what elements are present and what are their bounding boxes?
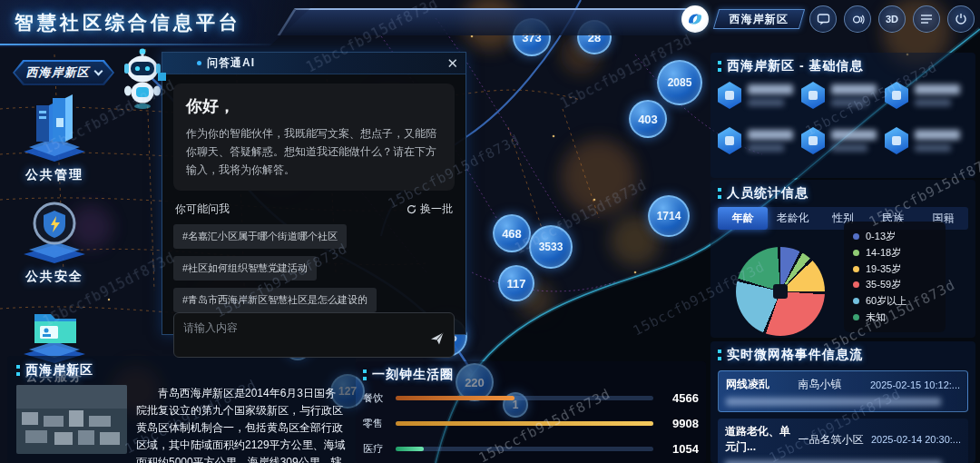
map-marker-bubble[interactable]: 3533 bbox=[529, 225, 573, 269]
stat-item bbox=[885, 82, 968, 109]
stat-icon bbox=[718, 82, 741, 109]
dialog-header: 问答通AI ✕ bbox=[162, 53, 466, 74]
stat-item bbox=[885, 127, 968, 154]
chevron-down-icon bbox=[93, 66, 103, 75]
district-description: 青岛西海岸新区是2014年6月3日国务院批复设立的第九个国家级新区，与行政区黄岛… bbox=[136, 385, 347, 463]
greeting-title: 你好， bbox=[186, 95, 442, 117]
redacted-label bbox=[831, 99, 867, 106]
redacted-value bbox=[748, 130, 793, 140]
redacted-value bbox=[748, 84, 793, 94]
redacted-label bbox=[831, 144, 867, 152]
map-marker-bubble[interactable]: 1714 bbox=[648, 195, 690, 237]
chat-input-card bbox=[173, 312, 455, 358]
stat-icon bbox=[801, 127, 825, 154]
header-decor-strip bbox=[278, 8, 703, 35]
shield-3d-icon bbox=[16, 194, 93, 267]
person-stats-panel: 人员统计信息 年龄 老龄化 性别 民族 国籍 0-13岁 14-18岁 19-3… bbox=[710, 180, 975, 338]
header-region-badge: 西海岸新区 bbox=[713, 9, 805, 29]
pie-center bbox=[773, 284, 788, 299]
sidebar-item-label: 公共管理 bbox=[25, 167, 83, 183]
suggestion-chip[interactable]: #青岛市西海岸新区智慧社区是怎么建设的 bbox=[173, 288, 377, 312]
legend-item: 14-18岁 bbox=[853, 246, 936, 260]
suggestion-chip[interactable]: #名嘉汇小区属于哪个街道哪个社区 bbox=[173, 224, 347, 249]
legend-item: 35-59岁 bbox=[853, 278, 936, 291]
panel-title-icon bbox=[718, 350, 721, 360]
legend-item: 60岁以上 bbox=[853, 294, 936, 308]
dialog-title: 问答通AI bbox=[207, 55, 255, 71]
map-marker-bubble[interactable]: 117 bbox=[498, 265, 534, 301]
district-title: 西海岸新区 bbox=[25, 362, 93, 379]
redacted-label bbox=[915, 144, 951, 152]
map-marker-bubble[interactable]: 468 bbox=[493, 214, 531, 252]
person-stats-title: 人员统计信息 bbox=[727, 185, 808, 202]
ai-chat-dialog: 问答通AI ✕ 你好， 作为你的智能伙伴，我既能写文案、想点子，又能陪你聊天、答… bbox=[162, 52, 466, 335]
message-button[interactable] bbox=[809, 5, 837, 33]
event-stream-panel: 实时微网格事件信息流 网线凌乱 南岛小镇 2025-02-15 10:12:..… bbox=[710, 341, 975, 463]
greeting-card: 你好， 作为你的智能伙伴，我既能写文案、想点子，又能陪你聊天、答疑解惑。想知道我… bbox=[173, 84, 455, 191]
panel-title-icon bbox=[16, 365, 20, 376]
district-intro-panel: 西海岸新区 青岛西海岸新区是2014年6月3日国务院批复设立的第九个国家级新区，… bbox=[7, 356, 356, 463]
basic-info-panel: 西海岸新区 - 基础信息 bbox=[710, 53, 975, 178]
event-location: 南岛小镇 bbox=[798, 377, 869, 392]
legend-item: 19-35岁 bbox=[853, 262, 936, 276]
bar-row-medical: 医疗 1054 bbox=[363, 442, 699, 456]
basic-info-title: 西海岸新区 - 基础信息 bbox=[727, 58, 863, 74]
redacted-label bbox=[915, 99, 951, 106]
basic-info-stats bbox=[718, 82, 968, 154]
header-toolbar: 西海岸新区 3D bbox=[681, 5, 975, 33]
map-marker-bubble[interactable]: 2085 bbox=[657, 60, 702, 105]
bar-row-retail: 零售 9908 bbox=[363, 417, 699, 430]
chat-input[interactable] bbox=[183, 320, 445, 350]
power-button[interactable] bbox=[947, 5, 975, 33]
layer-list-button[interactable] bbox=[913, 5, 940, 33]
send-icon[interactable] bbox=[430, 331, 445, 350]
age-pie-chart bbox=[736, 247, 825, 336]
app-logo-icon bbox=[681, 5, 709, 33]
redacted-value bbox=[915, 130, 960, 140]
life-circle-title: 一刻钟生活圈 bbox=[372, 367, 454, 383]
stat-item bbox=[718, 82, 801, 109]
region-selector-dropdown[interactable]: 西海岸新区 bbox=[13, 60, 114, 85]
suggestions-label: 你可能问我 bbox=[175, 202, 230, 217]
map-marker-bubble[interactable]: 403 bbox=[629, 100, 667, 138]
stat-icon bbox=[801, 82, 825, 109]
view-3d-button[interactable]: 3D bbox=[878, 5, 906, 33]
header-banner: 智慧社区综合信息平台 bbox=[0, 0, 319, 47]
refresh-icon bbox=[407, 204, 416, 214]
event-title: 道路老化、单元门... bbox=[725, 424, 798, 455]
dialog-accent-square bbox=[158, 73, 166, 81]
refresh-suggestions-button[interactable]: 换一批 bbox=[407, 202, 453, 217]
sidebar-item-label: 公共安全 bbox=[25, 269, 83, 285]
sidebar-menu: 公共管理 公共安全 公共服务 bbox=[4, 91, 105, 396]
stat-item bbox=[718, 127, 801, 154]
redacted-event-detail bbox=[726, 398, 941, 406]
region-selector-label: 西海岸新区 bbox=[26, 64, 90, 81]
stat-icon bbox=[885, 127, 908, 154]
event-time: 2025-02-15 10:12:... bbox=[870, 379, 960, 390]
panel-title-icon bbox=[363, 369, 367, 380]
legend-item: 0-13岁 bbox=[853, 230, 936, 243]
voice-assistant-button[interactable] bbox=[844, 5, 871, 33]
suggestion-chips: #名嘉汇小区属于哪个街道哪个社区 #社区如何组织智慧党建活动 #青岛市西海岸新区… bbox=[173, 224, 455, 312]
event-row[interactable]: 道路老化、单元门... 一品名筑小区 2025-02-14 20:30:... bbox=[718, 419, 968, 463]
event-row[interactable]: 网线凌乱 南岛小镇 2025-02-15 10:12:... bbox=[718, 370, 968, 412]
redacted-value bbox=[831, 84, 877, 94]
panel-title-icon bbox=[718, 188, 721, 199]
sidebar-item-public-management[interactable]: 公共管理 bbox=[4, 91, 105, 183]
tab-age[interactable]: 年龄 bbox=[718, 207, 768, 230]
stat-item bbox=[801, 82, 885, 109]
legend-item: 未知 bbox=[853, 310, 936, 324]
tab-aging[interactable]: 老龄化 bbox=[768, 207, 818, 230]
district-aerial-photo bbox=[16, 385, 127, 454]
panel-title-icon bbox=[718, 61, 721, 72]
stat-icon bbox=[885, 82, 908, 109]
suggestion-chip[interactable]: #社区如何组织智慧党建活动 bbox=[173, 256, 317, 281]
redacted-value bbox=[831, 130, 877, 140]
smart-community-dashboard: 373 28 2085 403 1714 468 3533 117 2 766 … bbox=[0, 0, 980, 463]
sidebar-item-public-safety[interactable]: 公共安全 bbox=[4, 194, 105, 285]
redacted-value bbox=[915, 84, 960, 94]
event-time: 2025-02-14 20:30:... bbox=[871, 434, 961, 445]
dialog-title-dot bbox=[197, 61, 201, 65]
redacted-label bbox=[748, 144, 784, 152]
close-icon[interactable]: ✕ bbox=[446, 56, 458, 70]
